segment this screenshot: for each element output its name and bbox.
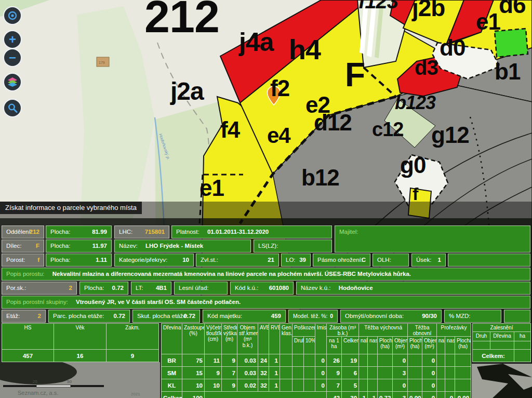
field-label: Kategorie/překryv: [119,257,167,263]
group-header-obnovni: Těžba obnovní [408,324,437,337]
field-popis-porostu: Popis porostu: Nekvalitní mlazina a dife… [2,268,530,281]
table-cell [445,367,455,379]
field-value: 715801 [145,226,165,237]
table-cell [368,379,378,392]
group-header-vychovna: Těžba výchovná [359,324,408,337]
field-empty [504,310,530,323]
field-plocha-por-sk: Plocha: 0.72 [79,282,128,295]
map-label-b12: b12 [301,166,339,189]
table-cell: 0.02 [237,379,258,392]
field-label: Model. těž. %: [293,313,328,319]
sub-header: Plocha (ha) [378,337,393,354]
table-cell [304,367,315,379]
field-majitel: Majitel: [335,225,530,253]
table-cell: Celkem: [162,392,182,398]
col-header: Střední výška (m) [222,324,237,354]
zoom-in-button[interactable]: + [3,30,22,49]
map-attribution: Seznam.cz, a.s. [18,390,58,396]
plus-icon: + [9,33,16,46]
col-header: Výčetní tloušťka (cm) [205,324,222,354]
table-cell: 0 [315,354,327,367]
field-value: 212 [30,226,39,237]
table-cell: 9 [205,367,222,379]
field-label: Kód majetku: [207,313,242,319]
hs-header: Zakm. [107,324,159,350]
table-cell [359,367,368,379]
search-button[interactable] [3,99,22,117]
table-cell: 42 [327,392,342,398]
field-plocha-dilec: Plocha: 11.97 [46,240,112,253]
col-header: Objem stř.kmene (m³ b.k.) [237,324,258,354]
map-label-h4: h4 [289,35,321,63]
sub-header: nas. [368,337,378,354]
field-label: % MZD: [449,313,471,319]
locate-button[interactable] [3,6,22,25]
field-label: LHC: [119,229,132,235]
field-skut-plocha-etaze: Skut. plocha etáže: 0.72 [132,310,200,323]
field-plocha-oddeleni: Plocha: 81.99 [46,225,112,238]
col-header: AVB [258,324,269,354]
table-cell: 0 [393,354,408,367]
table-cell: SM [162,367,182,379]
field-value: F [36,240,39,251]
field-label: Zvl.st.: [201,257,218,263]
field-lhc: LHC: 715801 [114,225,169,238]
sub-header: 10% [304,337,315,354]
field-label: Porost: [6,257,25,263]
field-nazev-ku: Název k.ú.: Hodoňovice [296,282,530,295]
table-cell: 19 [342,354,359,367]
col-header: Gen. klas. [280,324,292,354]
table-cell: 0 [422,354,437,367]
sub-header: Objem (m³) [393,337,408,354]
table-cell: 30 [342,392,359,398]
table-row-celkem: Celkem: 100 42 30 1 1 0.72 3 0.00 0 0 0.… [162,392,471,398]
col-header: RVB [269,324,280,354]
table-cell [368,367,378,379]
table-cell: 9 [222,354,237,367]
field-nazev: Název: LHO Frýdek - Místek [114,240,251,253]
field-label: Etáž: [6,313,20,319]
table-cell: 0 [315,367,327,379]
zoom-out-button[interactable]: − [3,48,22,67]
map-label-d0: d0 [440,36,465,59]
map-year: 2021 [131,392,140,396]
table-cell [455,367,471,379]
field-lo: LO: 39 [281,254,311,267]
zalesneni-header: Dřevina [490,332,514,341]
field-por-sk: Por.sk.: 2 [2,282,77,295]
group-header-zasoba: Zásoba (m³ b.k.) [327,324,359,337]
map-label-d12: d12 [314,111,352,134]
field-label: Kód k.ú.: [235,285,258,291]
hs-header: HS [2,324,54,350]
map-label-g0: g0 [400,154,425,177]
field-label: Skut. plocha etáže: [137,313,188,319]
field-value: Vtroušený JR, ve V části starší OS. SM č… [76,299,241,305]
field-value: f [37,254,39,266]
field-platnost: Platnost: 01.01.2011-31.12.2020 [171,225,332,238]
table-cell: 0.72 [378,392,393,398]
table-cell: 0.03 [237,354,258,367]
hs-header: Věk [54,324,107,350]
map-label-b123: b123 [395,94,435,112]
sub-header: nas. [445,337,455,354]
table-cell: 7 [222,367,237,379]
field-value: 90/30 [422,310,437,322]
basemap-bottom-left: 25 50 Seznam.cz, a.s. 2021 [0,362,160,398]
table-cell [378,354,393,367]
table-cell: 1 [359,392,368,398]
layers-button[interactable] [3,73,22,91]
table-cell: 32 [258,379,269,392]
table-cell: 24 [258,354,269,367]
hs-value: 9 [107,350,159,362]
scale-tick: 25 [33,379,37,384]
table-row-kl: KL 10 10 9 0.02 32 1 0 7 5 0 0 [162,379,471,392]
table-cell: 1 [368,392,378,398]
stand-table: Dřevina Zastoupení (%) Výčetní tloušťka … [161,323,471,398]
field-label: Parc. plocha etáže: [53,313,104,319]
field-label: Oddělení: [6,229,32,235]
field-value: 601080 [269,282,289,294]
group-header-prorezavky: Prořezávky [437,324,471,337]
table-cell: 0 [445,392,455,398]
table-cell: 5 [342,379,359,392]
zalesneni-total-label: Celkem: [473,350,514,362]
